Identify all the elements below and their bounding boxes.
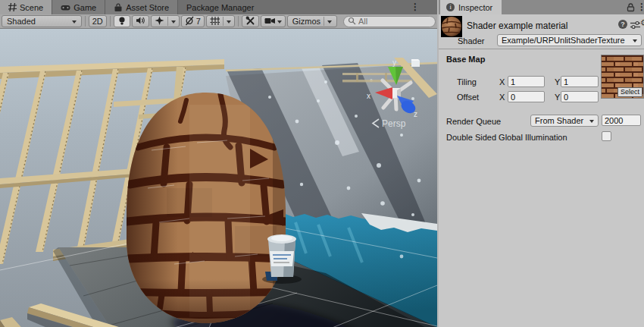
offset-x-input[interactable] [508,91,545,102]
grid-icon [210,16,220,27]
offset-x-label: X [499,93,505,102]
offset-y-label: Y [555,93,560,102]
scene-grid-icon [8,3,17,11]
lightbulb-icon [117,16,127,27]
unity-editor-window: Scene Game Asset Store Package Manager ⋮ [0,0,644,327]
lock-icon[interactable] [626,2,635,14]
render-queue-dropdown[interactable]: From Shader [530,115,599,127]
inspector-tabbar: i Inspector ⋮ [439,0,644,14]
search-input[interactable] [358,17,431,26]
gear-icon[interactable]: ⚙ [640,17,644,28]
tab-scene[interactable]: Scene [0,0,52,14]
scene-audio-button[interactable] [132,15,149,27]
crossed-tools-icon [245,16,255,27]
search-icon [348,17,356,27]
tab-inspector-label: Inspector [458,3,492,12]
editor-tools-button[interactable] [242,15,259,27]
scene-lighting-button[interactable] [114,15,130,27]
effects-star-icon [155,16,164,27]
tab-scene-label: Scene [20,3,43,12]
tab-inspector[interactable]: i Inspector [440,0,502,14]
texture-select-button[interactable]: Select [617,87,642,97]
scene-viewport[interactable]: y x z Persp [0,29,437,327]
tiling-label: Tiling [457,77,477,86]
inspector-menu-icon[interactable]: ⋮ [637,1,644,14]
separator [439,49,644,49]
eye-slash-icon [185,16,195,27]
scene-search-field[interactable] [343,16,436,27]
scene-pane: Scene Game Asset Store Package Manager ⋮ [0,0,437,327]
speaker-icon [136,16,145,27]
render-queue-label: Render Queue [446,117,501,126]
shader-label: Shader [458,36,484,46]
button-split [167,17,168,26]
scene-camera-dropdown[interactable] [261,15,286,27]
tab-asset-store-label: Asset Store [126,3,169,12]
dsgi-checkbox[interactable] [602,131,611,141]
2d-label: 2D [92,17,103,26]
inspector-pane: i Inspector ⋮ [437,0,644,327]
scene-effects-dropdown[interactable] [151,15,180,27]
inspector-body: Shader example material ? ⚙ Shader Examp… [439,14,644,327]
tiling-y-input[interactable] [561,76,599,87]
button-split [324,17,324,26]
tab-package-manager-label: Package Manager [186,3,254,12]
gizmos-label: Gizmos [292,17,320,26]
chevron-down-icon [327,20,332,26]
render-queue-mode: From Shader [535,116,586,125]
shader-dropdown[interactable]: Example/URPUnlitShaderTexture [497,34,642,46]
render-queue-input[interactable] [602,115,641,126]
button-split [223,17,224,26]
gamepad-icon [61,4,70,11]
scene-pane-tabbar: Scene Game Asset Store Package Manager ⋮ [0,0,437,14]
offset-label: Offset [457,93,479,102]
material-preview-sphere[interactable] [441,16,462,37]
camera-icon [264,17,276,27]
scene-grid-dropdown[interactable] [206,15,235,27]
toolbar-separator [110,16,111,27]
bag-icon [114,3,123,12]
toolbar-separator [85,16,86,27]
tiling-x-input[interactable] [508,76,545,87]
base-map-section-label: Base Map [446,55,485,64]
offset-y-input[interactable] [561,91,599,102]
tab-game-label: Game [73,3,96,12]
axis-z-label: z [414,110,417,118]
base-map-texture-thumbnail[interactable]: Select [601,55,644,99]
preset-icon[interactable] [630,20,640,31]
draw-mode-label: Shaded [7,17,36,26]
tiling-x-label: X [499,77,505,86]
axis-x-label: x [367,92,370,100]
gizmos-dropdown[interactable]: Gizmos [287,15,337,27]
scene-pane-menu-icon[interactable]: ⋮ [411,1,420,14]
scene-visibility-button[interactable]: 7 [181,15,205,27]
tab-game[interactable]: Game [52,0,105,14]
scene-toolbar: Shaded 2D [0,14,437,29]
tab-asset-store[interactable]: Asset Store [105,0,178,14]
toolbar-separator [238,16,239,27]
draw-mode-dropdown[interactable]: Shaded [2,15,82,27]
chevron-down-icon [589,120,594,125]
tab-package-manager[interactable]: Package Manager [178,0,262,14]
chevron-down-icon [633,39,637,45]
shader-value: Example/URPUnlitShaderTexture [502,36,630,45]
2d-toggle-button[interactable]: 2D [89,15,107,27]
brick-capsule-object[interactable] [127,93,286,323]
chevron-down-icon [72,20,77,26]
info-icon: i [446,3,455,11]
chevron-down-icon [277,20,282,26]
tiling-y-label: Y [555,77,560,86]
chevron-down-icon [171,20,176,26]
material-title: Shader example material [467,20,567,31]
axis-y-label: y [392,58,396,67]
persp-label: Persp [382,118,406,129]
chevron-down-icon [227,20,231,26]
help-icon[interactable]: ? [618,20,627,29]
small-white-box [411,61,420,67]
hidden-count-label: 7 [196,17,201,26]
dsgi-label: Double Sided Global Illumination [446,133,567,142]
